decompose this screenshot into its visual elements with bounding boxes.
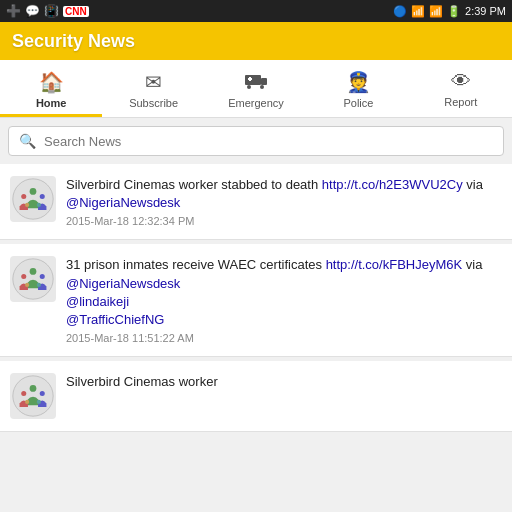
app-header: Security News [0,22,512,60]
svg-point-7 [30,188,37,195]
home-icon: 🏠 [39,70,64,94]
svg-point-21 [40,391,45,396]
news-content-2: 31 prison inmates receive WAEC certifica… [66,256,502,344]
svg-point-23 [37,400,41,404]
whatsapp-icon: 💬 [25,4,40,18]
news-avatar-1 [10,176,56,222]
add-icon: ➕ [6,4,21,18]
tab-police-label: Police [343,97,373,109]
news-item-3: Silverbird Cinemas worker [0,361,512,432]
svg-point-13 [30,268,37,275]
signal-icon-2: 📶 [429,5,443,18]
news-link-1b[interactable]: @NigeriaNewsdesk [66,195,180,210]
news-content-1: Silverbird Cinemas worker stabbed to dea… [66,176,502,227]
bb-icon: 📳 [44,4,59,18]
time-display: 2:39 PM [465,5,506,17]
search-input[interactable] [44,134,493,149]
svg-point-5 [260,85,264,89]
svg-point-14 [21,274,26,279]
bluetooth-icon: 🔵 [393,5,407,18]
svg-point-6 [13,179,53,219]
subscribe-icon: ✉ [145,70,162,94]
status-right-icons: 🔵 📶 📶 🔋 2:39 PM [393,5,506,18]
search-icon: 🔍 [19,133,36,149]
news-link-2c[interactable]: @lindaikeji [66,294,129,309]
tab-home-label: Home [36,97,67,109]
svg-point-19 [30,385,37,392]
nav-tabs: 🏠 Home ✉ Subscribe Emergency 👮 Police 👁 … [0,60,512,118]
news-item-2: 31 prison inmates receive WAEC certifica… [0,244,512,357]
svg-point-20 [21,391,26,396]
report-icon: 👁 [451,70,471,93]
tab-police[interactable]: 👮 Police [307,60,409,117]
svg-point-11 [37,203,41,207]
svg-point-8 [21,194,26,199]
status-bar: ➕ 💬 📳 CNN 🔵 📶 📶 🔋 2:39 PM [0,0,512,22]
news-link-2a[interactable]: http://t.co/kFBHJeyM6K [326,257,463,272]
svg-point-15 [40,274,45,279]
search-bar[interactable]: 🔍 [8,126,504,156]
news-link-2b[interactable]: @NigeriaNewsdesk [66,276,180,291]
svg-rect-1 [261,78,267,85]
news-avatar-3 [10,373,56,419]
news-content-3: Silverbird Cinemas worker [66,373,502,394]
news-item-1: Silverbird Cinemas worker stabbed to dea… [0,164,512,240]
svg-point-9 [40,194,45,199]
signal-icon-1: 📶 [411,5,425,18]
tab-subscribe-label: Subscribe [129,97,178,109]
emergency-icon [244,69,268,94]
svg-rect-0 [245,75,261,85]
svg-point-22 [25,400,29,404]
news-time-1: 2015-Mar-18 12:32:34 PM [66,215,502,227]
news-time-2: 2015-Mar-18 11:51:22 AM [66,332,502,344]
svg-point-17 [37,283,41,287]
tab-home[interactable]: 🏠 Home [0,60,102,117]
police-icon: 👮 [346,70,371,94]
app-title: Security News [12,31,135,52]
tab-report[interactable]: 👁 Report [410,60,512,117]
news-list: Silverbird Cinemas worker stabbed to dea… [0,160,512,510]
svg-rect-3 [248,78,252,80]
battery-icon: 🔋 [447,5,461,18]
news-avatar-2 [10,256,56,302]
tab-emergency-label: Emergency [228,97,284,109]
tab-subscribe[interactable]: ✉ Subscribe [102,60,204,117]
status-left-icons: ➕ 💬 📳 CNN [6,4,89,18]
news-link-1a[interactable]: http://t.co/h2E3WVU2Cy [322,177,463,192]
news-text-2: 31 prison inmates receive WAEC certifica… [66,256,502,329]
svg-point-10 [25,203,29,207]
svg-point-16 [25,283,29,287]
svg-point-4 [247,85,251,89]
tab-emergency[interactable]: Emergency [205,60,307,117]
svg-point-12 [13,259,53,299]
news-link-2d[interactable]: @TrafficChiefNG [66,312,164,327]
cnn-icon: CNN [63,6,89,17]
news-text-3: Silverbird Cinemas worker [66,373,502,391]
svg-point-18 [13,376,53,416]
tab-report-label: Report [444,96,477,108]
news-text-1: Silverbird Cinemas worker stabbed to dea… [66,176,502,212]
